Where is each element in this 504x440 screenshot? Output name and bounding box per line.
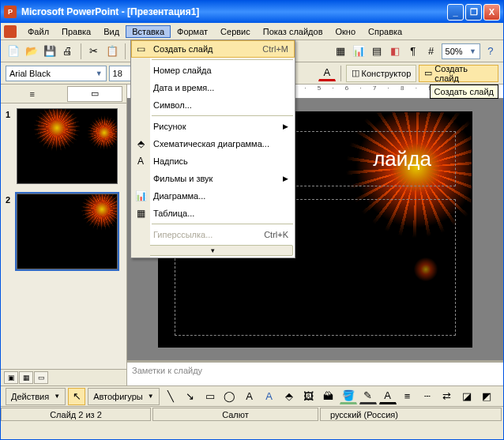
status-slide: Слайд 2 из 2 — [1, 408, 151, 421]
textbox-icon[interactable]: A — [241, 388, 258, 405]
font-color-icon[interactable]: A — [318, 66, 336, 81]
menu-chart[interactable]: 📊 Диаграмма... — [131, 187, 295, 205]
window-title: Microsoft PowerPoint - [Презентация1] — [21, 6, 446, 17]
rect-icon[interactable]: ▭ — [201, 388, 219, 405]
minimize-button[interactable]: _ — [447, 4, 464, 21]
menu-table[interactable]: ▦ Таблица... — [131, 205, 295, 222]
grid-icon[interactable]: ▤ — [369, 43, 385, 60]
3d-icon[interactable]: ◩ — [478, 388, 495, 405]
slideshow-view-icon[interactable]: ▭ — [34, 371, 48, 384]
chevron-down-icon[interactable]: ▼ — [94, 70, 104, 77]
menu-new-slide[interactable]: ▭ Создать слайд Ctrl+M — [131, 40, 295, 58]
menu-help[interactable]: Справка — [362, 25, 408, 38]
menu-slide-number[interactable]: Номер слайда — [131, 62, 295, 79]
menu-window[interactable]: Окно — [329, 25, 363, 38]
select-icon[interactable]: ↖ — [68, 388, 85, 405]
status-template: Салют — [152, 408, 318, 421]
help-icon[interactable]: ? — [483, 43, 498, 60]
menu-date-time[interactable]: Дата и время... — [131, 79, 295, 96]
font-color-icon[interactable]: A — [379, 389, 397, 404]
actions-menu[interactable]: Действия▼ — [6, 388, 66, 405]
submenu-arrow-icon: ▶ — [283, 122, 288, 130]
textbox-icon: A — [134, 155, 147, 167]
save-icon[interactable]: 💾 — [42, 43, 58, 60]
slide-number: 2 — [6, 194, 17, 269]
line-color-icon[interactable]: ✎ — [359, 389, 377, 404]
menu-insert[interactable]: Вставка — [126, 25, 171, 38]
chart-icon[interactable]: 📊 — [351, 43, 367, 60]
submenu-arrow-icon: ▶ — [283, 175, 288, 182]
sorter-view-icon[interactable]: ▦ — [19, 371, 33, 384]
normal-view-icon[interactable]: ▣ — [4, 371, 18, 384]
slide-icon: ▭ — [134, 43, 147, 55]
thumbnail-row[interactable]: 1 — [6, 108, 122, 184]
hash-icon[interactable]: # — [423, 43, 439, 60]
thumbnail-pane: ≡ ▭ 1 2 ▣ ▦ ▭ — [1, 85, 127, 385]
line-style-icon[interactable]: ≡ — [399, 388, 416, 405]
menu-hyperlink: Гиперссылка... Ctrl+K — [131, 226, 295, 243]
thumbnail-list: 1 2 — [1, 103, 126, 369]
arrow-icon[interactable]: ↘ — [182, 388, 199, 405]
menu-tools[interactable]: Сервис — [214, 25, 257, 38]
autoshapes-menu[interactable]: Автофигуры▼ — [88, 388, 160, 405]
shadow-icon[interactable]: ◪ — [458, 388, 476, 405]
zoom-combo[interactable]: 50% ▼ — [442, 43, 480, 59]
line-icon[interactable]: ╲ — [162, 388, 179, 405]
slide-icon: ▭ — [424, 68, 432, 78]
clipart-icon[interactable]: 🖼 — [300, 388, 318, 405]
insert-menu-dropdown: ▭ Создать слайд Ctrl+M Номер слайда Дата… — [130, 39, 295, 258]
font-combo[interactable]: Arial Black ▼ — [6, 66, 107, 81]
fill-color-icon[interactable]: 🪣 — [340, 389, 357, 404]
font-value: Arial Black — [9, 69, 94, 78]
menu-file[interactable]: Файл — [21, 25, 55, 38]
status-bar: Слайд 2 из 2 Салют русский (Россия) — [1, 406, 503, 422]
designer-button[interactable]: ◫ Конструктор — [346, 65, 417, 82]
chevron-down-icon[interactable]: ▼ — [468, 47, 478, 55]
zoom-value: 50% — [446, 47, 468, 56]
cut-icon[interactable]: ✂ — [86, 43, 102, 60]
slide-thumbnail[interactable] — [17, 108, 118, 184]
expand-menu-icon[interactable]: ▾ — [133, 245, 293, 256]
app-icon: P — [4, 6, 17, 18]
titlebar: P Microsoft PowerPoint - [Презентация1] … — [1, 1, 503, 23]
paste-icon[interactable]: 📋 — [104, 43, 120, 60]
maximize-button[interactable]: ❐ — [465, 4, 482, 21]
menu-slideshow[interactable]: Показ слайдов — [257, 25, 329, 38]
menu-picture[interactable]: Рисунок ▶ — [131, 118, 295, 135]
close-button[interactable]: X — [483, 4, 500, 21]
paragraph-icon[interactable]: ¶ — [405, 43, 421, 60]
tab-slides[interactable]: ▭ — [67, 86, 122, 102]
pane-tabs: ≡ ▭ — [1, 85, 126, 103]
menu-edit[interactable]: Правка — [55, 25, 97, 38]
slide-thumbnail[interactable] — [17, 194, 118, 269]
new-slide-button[interactable]: ▭ Создать слайд — [419, 65, 498, 82]
chart-icon: 📊 — [134, 190, 147, 202]
menu-diagram[interactable]: ⬘ Схематическая диаграмма... — [131, 135, 295, 152]
open-icon[interactable]: 📂 — [24, 43, 39, 60]
oval-icon[interactable]: ◯ — [221, 388, 239, 405]
menu-view[interactable]: Вид — [97, 25, 126, 38]
show-icon[interactable]: ◧ — [387, 43, 403, 60]
status-lang: русский (Россия) — [320, 408, 502, 421]
wordart-icon[interactable]: A — [261, 388, 278, 405]
notes-pane[interactable]: Заметки к слайду — [127, 360, 503, 385]
menu-symbol[interactable]: Символ... — [131, 96, 295, 114]
thumbnail-row[interactable]: 2 — [6, 194, 122, 269]
design-icon: ◫ — [352, 68, 359, 78]
diagram-icon[interactable]: ⬘ — [280, 388, 298, 405]
menu-textbox[interactable]: A Надпись — [131, 152, 295, 170]
slide-number: 1 — [6, 108, 17, 184]
print-icon[interactable]: 🖨 — [60, 43, 76, 60]
size-value: 18 — [113, 69, 127, 78]
menu-movies-sound[interactable]: Фильмы и звук ▶ — [131, 170, 295, 187]
table-icon: ▦ — [134, 207, 147, 220]
diagram-icon: ⬘ — [134, 137, 147, 150]
tab-outline[interactable]: ≡ — [5, 86, 60, 102]
dash-style-icon[interactable]: ┄ — [419, 388, 436, 405]
notes-placeholder: Заметки к слайду — [132, 366, 202, 375]
menu-format[interactable]: Формат — [171, 25, 214, 38]
picture-icon[interactable]: 🏔 — [320, 388, 337, 405]
new-doc-icon[interactable]: 📄 — [6, 43, 21, 60]
table-icon[interactable]: ▦ — [333, 43, 348, 60]
arrow-style-icon[interactable]: ⇄ — [438, 388, 456, 405]
